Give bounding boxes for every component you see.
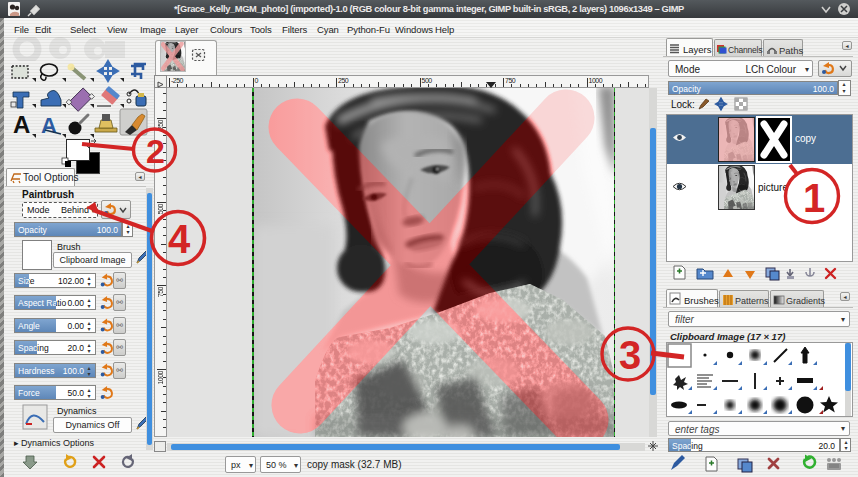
svg-text:2: 2 [146,132,165,170]
svg-text:3: 3 [619,333,641,377]
svg-text:4: 4 [168,217,191,261]
svg-text:1: 1 [803,176,825,220]
